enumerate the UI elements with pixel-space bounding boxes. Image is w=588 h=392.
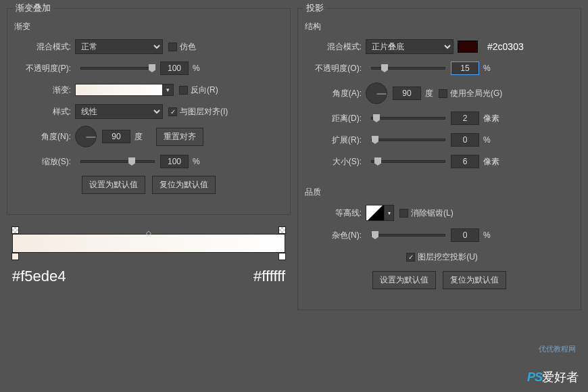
distance-label: 距离(D):	[305, 113, 366, 124]
reset-align-button[interactable]: 重置对齐	[156, 128, 203, 146]
ds-angle-label: 角度(A):	[305, 88, 366, 99]
opacity-slider[interactable]	[80, 67, 155, 70]
degree-unit: 度	[134, 131, 143, 143]
watermark-logo: PS爱好者	[527, 369, 579, 385]
antialias-checkbox[interactable]: 消除锯齿(L)	[399, 207, 454, 219]
size-label: 大小(S):	[305, 156, 366, 168]
style-select[interactable]: 线性	[75, 104, 163, 119]
noise-input[interactable]	[451, 228, 479, 242]
ds-opacity-label: 不透明度(O):	[305, 63, 366, 74]
watermark-subtext: 优优教程网	[539, 344, 576, 354]
shadow-color-swatch[interactable]	[458, 41, 478, 53]
structure-label: 结构	[305, 21, 574, 32]
gradient-dropdown[interactable]: ▾	[163, 84, 174, 96]
scale-input[interactable]	[160, 155, 189, 168]
align-checkbox[interactable]: ✓与图层对齐(I)	[168, 106, 228, 118]
knockout-checkbox[interactable]: ✓图层挖空投影(U)	[406, 251, 478, 263]
gradient-section-label: 渐变	[14, 21, 283, 32]
ds-angle-dial[interactable]	[366, 82, 387, 104]
global-light-checkbox[interactable]: 使用全局光(G)	[439, 88, 502, 99]
gradient-overlay-panel: 渐变叠加 渐变 混合模式: 正常 仿色 不透明度(P): % 渐变: ▾	[7, 8, 291, 215]
gradient-swatch[interactable]	[75, 84, 163, 96]
contour-swatch[interactable]	[366, 205, 385, 221]
spread-input[interactable]	[451, 133, 479, 147]
size-slider[interactable]	[371, 160, 445, 163]
ds-angle-input[interactable]	[393, 87, 421, 100]
spread-slider[interactable]	[371, 139, 445, 141]
gradient-preview: ◇ #f5ede4 #ffffff	[12, 234, 285, 285]
size-input[interactable]	[451, 155, 479, 168]
ds-set-default-button[interactable]: 设置为默认值	[372, 271, 436, 289]
distance-input[interactable]	[451, 112, 479, 125]
midpoint-icon[interactable]: ◇	[146, 229, 151, 237]
distance-slider[interactable]	[371, 117, 445, 120]
blend-mode-select[interactable]: 正常	[75, 39, 163, 54]
percent-unit: %	[193, 64, 200, 73]
ds-opacity-input[interactable]	[451, 62, 479, 75]
opacity-input[interactable]	[160, 62, 189, 75]
opacity-label: 不透明度(P):	[14, 63, 75, 74]
drop-shadow-panel: 投影 结构 混合模式: 正片叠底 #2c0303 不透明度(O): % 角度(A…	[297, 8, 581, 310]
blend-mode-label: 混合模式:	[14, 41, 75, 53]
spread-label: 扩展(R):	[305, 134, 366, 146]
dither-checkbox[interactable]: 仿色	[168, 41, 196, 53]
ds-reset-default-button[interactable]: 复位为默认值	[443, 271, 506, 289]
scale-slider[interactable]	[80, 160, 155, 163]
color-stop-left[interactable]	[11, 253, 19, 260]
drop-shadow-title: 投影	[303, 2, 326, 14]
opacity-stop-left[interactable]	[11, 226, 19, 234]
quality-label: 品质	[305, 187, 574, 198]
ds-blend-select[interactable]: 正片叠底	[366, 39, 454, 54]
style-label: 样式:	[14, 106, 75, 118]
contour-dropdown[interactable]: ▾	[385, 205, 394, 221]
ds-opacity-slider[interactable]	[371, 67, 445, 70]
reset-default-button[interactable]: 复位为默认值	[152, 176, 216, 194]
shadow-color-hex: #2c0303	[487, 41, 524, 52]
noise-label: 杂色(N):	[305, 230, 366, 241]
contour-label: 等高线:	[305, 207, 366, 219]
angle-dial[interactable]	[75, 126, 97, 147]
opacity-stop-right[interactable]	[278, 226, 286, 234]
set-default-button[interactable]: 设置为默认值	[82, 176, 145, 194]
angle-label: 角度(N):	[14, 131, 75, 143]
color-stop-right[interactable]	[278, 253, 286, 260]
gradient-label: 渐变:	[14, 84, 75, 96]
angle-input[interactable]	[102, 130, 130, 143]
reverse-checkbox[interactable]: 反向(R)	[179, 84, 218, 96]
ds-blend-label: 混合模式:	[305, 41, 366, 53]
noise-slider[interactable]	[371, 234, 445, 237]
gradient-overlay-title: 渐变叠加	[13, 2, 53, 14]
grad-end-hex: #ffffff	[253, 268, 285, 285]
grad-start-hex: #f5ede4	[12, 268, 66, 285]
scale-label: 缩放(S):	[14, 156, 75, 168]
gradient-bar[interactable]: ◇	[12, 234, 285, 253]
